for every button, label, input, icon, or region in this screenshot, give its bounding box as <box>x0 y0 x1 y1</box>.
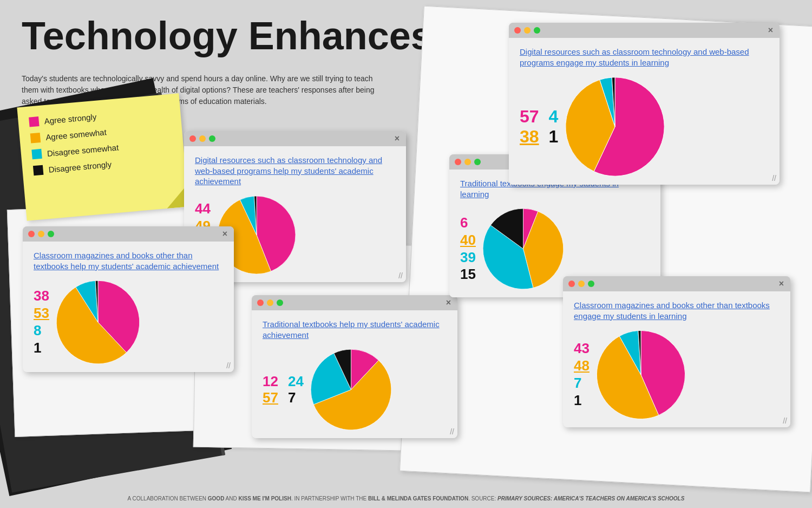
window-controls-6 <box>568 281 594 287</box>
resize-handle-1[interactable]: // <box>398 271 403 280</box>
maximize-dot-3[interactable] <box>277 299 283 306</box>
stat-6-black: 1 <box>574 393 590 409</box>
minimize-dot-2[interactable] <box>38 231 44 237</box>
stats-col-3: 12 57 24 7 <box>263 374 304 406</box>
pie-chart-3 <box>309 348 393 432</box>
pie-chart-2 <box>55 279 141 366</box>
stat-4-pink: 57 <box>520 107 539 126</box>
stat-4-gold: 38 <box>520 127 539 147</box>
maximize-dot[interactable] <box>209 135 215 142</box>
maximize-dot-6[interactable] <box>588 281 594 287</box>
window-title-6[interactable]: Classroom magazines and books other than… <box>574 300 780 321</box>
window-digital-engage: × Digital resources such as classroom te… <box>509 23 780 185</box>
close-dot-5[interactable] <box>455 159 461 165</box>
maximize-dot-5[interactable] <box>474 159 481 165</box>
legend-note: Agree stronglyAgree somewhatDisagree som… <box>17 93 188 220</box>
legend-color <box>33 165 44 176</box>
legend-color <box>31 149 42 160</box>
legend-color <box>30 133 41 144</box>
close-button-6[interactable]: × <box>779 279 784 289</box>
window-title-4[interactable]: Digital resources such as classroom tech… <box>520 47 769 68</box>
legend-label: Agree strongly <box>44 112 97 125</box>
minimize-dot-3[interactable] <box>267 299 273 306</box>
stat-2-pink: 38 <box>34 288 49 304</box>
stat-5-gold: 40 <box>460 232 476 249</box>
window-controls-4 <box>514 27 540 34</box>
stat-2-black: 1 <box>34 340 49 356</box>
stat-1-pink: 44 <box>195 201 211 217</box>
close-button-4[interactable]: × <box>768 25 773 35</box>
stats-col-5: 6 40 39 15 <box>460 215 476 283</box>
window-controls-5 <box>455 159 481 165</box>
close-button[interactable]: × <box>395 134 400 144</box>
resize-handle-3[interactable]: // <box>450 427 454 436</box>
stat-5-pink: 6 <box>460 215 476 231</box>
window-textbooks-help: × Traditional textbooks help my students… <box>252 295 457 438</box>
pie-chart-5 <box>481 207 565 291</box>
legend-label: Agree somewhat <box>45 127 107 142</box>
minimize-dot-4[interactable] <box>524 27 531 34</box>
close-dot-4[interactable] <box>514 27 521 34</box>
resize-handle-6[interactable]: // <box>783 416 787 425</box>
stat-4-black: 1 <box>549 127 559 147</box>
stat-6-pink: 43 <box>574 341 590 357</box>
pie-chart-4 <box>564 75 666 178</box>
stat-2-gold: 53 <box>34 305 49 322</box>
stat-3-pink: 12 <box>263 373 278 389</box>
legend-label: Disagree strongly <box>48 159 112 174</box>
minimize-dot-6[interactable] <box>578 281 585 287</box>
window-magazines-engage: × Classroom magazines and books other th… <box>563 276 790 427</box>
pie-chart-6 <box>595 329 687 421</box>
window-title-2[interactable]: Classroom magazines and books other than… <box>34 250 223 271</box>
stat-6-cyan: 7 <box>574 375 590 392</box>
footer-text: A COLLABORATION BETWEEN GOOD AND KISS ME… <box>128 496 685 502</box>
stat-3-cyan: 24 <box>288 373 304 389</box>
resize-handle-2[interactable]: // <box>226 361 231 370</box>
legend-label: Disagree somewhat <box>47 142 119 158</box>
close-button-2[interactable]: × <box>222 229 227 239</box>
close-dot[interactable] <box>189 135 196 142</box>
stat-3-black: 7 <box>288 390 304 406</box>
stats-col-6: 43 48 7 1 <box>574 341 590 409</box>
stat-2-cyan: 8 <box>34 323 49 339</box>
maximize-dot-2[interactable] <box>48 231 54 237</box>
window-magazines-help: × Classroom magazines and books other th… <box>23 226 234 372</box>
window-title-1[interactable]: Digital resources such as classroom tech… <box>195 155 395 187</box>
stat-5-cyan: 39 <box>460 250 476 266</box>
close-dot-2[interactable] <box>28 231 35 237</box>
stat-6-gold: 48 <box>574 358 590 374</box>
window-controls <box>189 135 215 142</box>
stat-3-gold: 57 <box>263 390 278 406</box>
window-title-3[interactable]: Traditional textbooks help my students' … <box>263 319 447 340</box>
close-button-3[interactable]: × <box>446 298 451 308</box>
stat-4-cyan: 4 <box>549 107 559 126</box>
close-dot-3[interactable] <box>257 299 264 306</box>
resize-handle-4[interactable]: // <box>772 174 776 183</box>
minimize-dot-5[interactable] <box>464 159 471 165</box>
close-dot-6[interactable] <box>568 281 575 287</box>
stats-col-2: 38 53 8 1 <box>34 288 49 356</box>
stats-col-4: 57 38 4 1 <box>520 107 558 147</box>
window-controls-2 <box>28 231 54 237</box>
stat-5-black: 15 <box>460 266 476 283</box>
minimize-dot[interactable] <box>199 135 206 142</box>
maximize-dot-4[interactable] <box>534 27 540 34</box>
window-controls-3 <box>257 299 283 306</box>
legend-color <box>29 116 40 127</box>
